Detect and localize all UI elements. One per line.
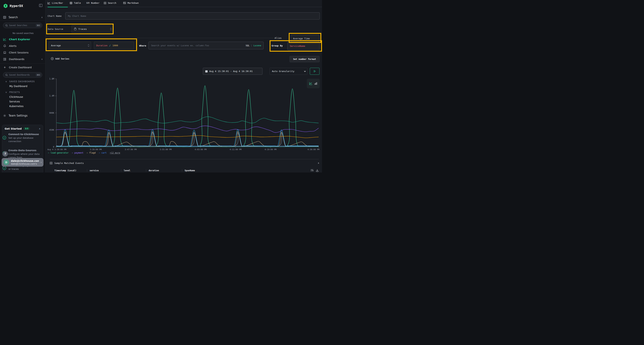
group-by-input[interactable]: ServiceName xyxy=(288,42,320,50)
tab-label: Table xyxy=(74,1,81,4)
download-icon[interactable] xyxy=(316,169,318,172)
time-range-picker[interactable]: Aug 4 15:30:01 - Aug 4 16:30:01 xyxy=(203,68,262,75)
tab-number[interactable]: 123 Number xyxy=(86,1,100,4)
x-tick-label: 3:55:00 PM xyxy=(160,148,172,151)
tab-label: Search xyxy=(108,1,116,4)
column-header-spanname[interactable]: SpanName xyxy=(184,169,195,172)
get-started-item-desc: Set up your database connection xyxy=(8,136,44,143)
active-tab-indicator xyxy=(48,7,68,7)
granularity-select[interactable]: Auto Granularity xyxy=(270,68,308,75)
saved-searches-input[interactable]: Saved Searches ⌘K xyxy=(3,23,42,28)
no-saved-searches-text: No saved searches xyxy=(12,32,34,34)
column-header-duration[interactable]: duration xyxy=(149,169,180,172)
sidebar-item-services[interactable]: Services xyxy=(9,100,20,103)
presets-section[interactable]: ∨ PRESETS xyxy=(5,91,20,93)
saved-searches-placeholder: Saved Searches xyxy=(9,24,34,27)
get-started-item[interactable]: Create Data Sources Configure where your… xyxy=(2,149,44,159)
column-header-level[interactable]: level xyxy=(124,169,144,172)
where-label: Where xyxy=(139,44,146,47)
lucene-option[interactable]: Lucene xyxy=(254,44,261,47)
alias-input[interactable]: Average Time xyxy=(291,35,319,42)
wrap-lines-icon[interactable] xyxy=(310,169,314,172)
gear-icon xyxy=(3,114,6,117)
sidebar-item-alerts[interactable]: Alerts xyxy=(3,44,43,47)
x-tick-label: 4:11:00 PM xyxy=(230,148,242,151)
where-search-input[interactable]: SQL | Lucene xyxy=(148,42,264,49)
aggregation-select[interactable]: Average xyxy=(49,42,91,49)
bell-icon xyxy=(3,44,6,47)
data-source-select[interactable]: Traces xyxy=(72,25,114,33)
user-email: dale@clickhouse.com xyxy=(11,159,39,162)
column-separator xyxy=(146,169,146,172)
series-series-6 xyxy=(56,135,318,138)
legend-item[interactable]: —payment xyxy=(72,152,83,154)
series-load-generator xyxy=(56,86,318,147)
dashboards-icon xyxy=(3,58,6,61)
sample-events-header[interactable]: Sample Matched Events xyxy=(50,162,84,164)
chart-name-input[interactable] xyxy=(65,12,320,19)
series-series-5 xyxy=(56,117,318,123)
saved-dashboards-input[interactable]: Saved Dashboards ⌘K xyxy=(3,72,42,78)
time-range-value: Aug 4 15:30:01 - Aug 4 16:30:01 xyxy=(209,70,253,73)
data-source-label: Data Source xyxy=(48,28,63,30)
tab-table[interactable]: Table xyxy=(70,1,81,4)
circle-plus-icon xyxy=(51,57,54,60)
sidebar-item-my-dashboard[interactable]: My Dashboard xyxy=(9,85,27,88)
tab-line-bar[interactable]: Line/Bar xyxy=(48,1,63,4)
expression-field: Duration xyxy=(96,44,108,47)
divider xyxy=(50,159,319,159)
tab-markdown[interactable]: Markdown xyxy=(123,1,139,4)
hyperdx-logo-icon xyxy=(3,3,8,8)
column-header-timestamp-local-[interactable]: Timestamp (Local) xyxy=(54,169,84,172)
sidebar: HyperDX Search ∧ Saved Searches ⌘K No sa… xyxy=(0,0,46,172)
get-started-item[interactable]: Connect to ClickHouse Set up your databa… xyxy=(2,133,44,143)
group-by-label: Group By xyxy=(272,44,283,47)
app-title: HyperDX xyxy=(10,4,23,8)
user-menu[interactable]: D dale@clickhouse.com dale@clickhouse.co… xyxy=(2,158,44,167)
line-chart[interactable] xyxy=(54,78,320,148)
hyperdx-chart-explorer-page: HyperDX Search ∧ Saved Searches ⌘K No sa… xyxy=(0,0,322,172)
sidebar-collapse-icon[interactable] xyxy=(39,4,42,7)
events-table-header: Timestamp (Local)serviceleveldurationSpa… xyxy=(54,169,195,172)
sidebar-item-clickhouse[interactable]: ClickHouse xyxy=(9,95,23,98)
sidebar-item-client-sessions[interactable]: Client Sessions xyxy=(3,51,43,54)
chevron-up-icon[interactable]: ∧ xyxy=(39,127,40,130)
field-expression-input[interactable]: Duration/1000 xyxy=(94,42,134,49)
sidebar-item-kubernetes[interactable]: Kubernetes xyxy=(9,105,24,108)
app-logo[interactable]: HyperDX xyxy=(3,3,23,8)
chart-legend: —load-generator—payment—flagd—cart+12 mo… xyxy=(48,152,120,154)
legend-more-link[interactable]: +12 more xyxy=(110,152,120,154)
avatar: D xyxy=(4,159,9,165)
number-123-icon: 123 xyxy=(86,2,90,4)
collapse-chevron-icon[interactable]: ∧ xyxy=(318,162,319,164)
series-payment xyxy=(56,126,318,133)
create-dashboard-button[interactable]: + Create Dashboard xyxy=(3,66,43,69)
legend-item[interactable]: —flagd xyxy=(86,152,96,154)
chart-type-tabbar: Line/Bar Table 123 Number Search Markdow… xyxy=(46,0,322,7)
markdown-icon xyxy=(123,2,126,4)
run-query-button[interactable] xyxy=(310,68,320,75)
legend-item[interactable]: —load-generator xyxy=(48,152,68,154)
add-series-button[interactable]: Add Series xyxy=(51,57,69,60)
presets-header: PRESETS xyxy=(9,91,20,93)
sidebar-item-label: Client Sessions xyxy=(9,51,28,54)
set-number-format-button[interactable]: Set number format xyxy=(290,56,320,62)
search-section-label: Search xyxy=(8,16,39,19)
query-language-toggle[interactable]: SQL | Lucene xyxy=(246,44,261,47)
sidebar-item-dashboards[interactable]: Dashboards ∧ xyxy=(3,58,43,61)
sql-option[interactable]: SQL xyxy=(246,44,250,47)
sidebar-item-chart-explorer[interactable]: Chart Explorer xyxy=(3,38,43,41)
tab-label: Line/Bar xyxy=(52,1,63,4)
tab-search[interactable]: Search xyxy=(104,1,116,4)
column-header-service[interactable]: service xyxy=(90,169,118,172)
alias-label: Alias xyxy=(274,37,282,39)
expression-operator: / xyxy=(109,44,111,47)
sidebar-item-team-settings[interactable]: Team Settings xyxy=(3,114,43,117)
saved-dashboards-header: SAVED DASHBOARDS xyxy=(9,80,35,83)
x-tick-label: 4:03:00 PM xyxy=(195,148,206,151)
help-button[interactable]: ? xyxy=(2,151,8,157)
saved-dashboards-section[interactable]: ∨ SAVED DASHBOARDS xyxy=(5,80,35,83)
legend-item[interactable]: —cart xyxy=(99,152,106,154)
select-chevrons-icon xyxy=(88,44,89,46)
sidebar-section-search[interactable]: Search ∧ xyxy=(3,16,43,19)
